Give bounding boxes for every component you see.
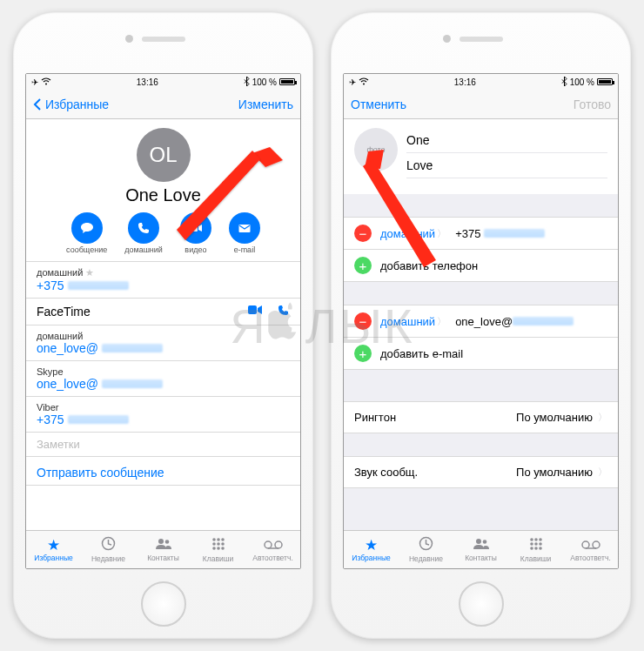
svg-point-26	[534, 538, 538, 541]
voicemail-icon	[264, 538, 283, 553]
remove-email-icon[interactable]: −	[354, 312, 372, 330]
svg-point-6	[164, 540, 169, 544]
texttone-row[interactable]: Звук сообщ. По умолчанию 〉	[344, 456, 618, 488]
redacted	[68, 281, 129, 290]
clock-icon	[419, 536, 433, 554]
svg-point-23	[476, 539, 481, 544]
status-time: 13:16	[137, 77, 158, 87]
tab-keypad[interactable]: Клавиши	[191, 531, 245, 568]
facetime-row[interactable]: FaceTime	[26, 298, 300, 325]
tab-contacts-label: Контакты	[465, 554, 497, 562]
phone-row-value: +375	[37, 279, 64, 292]
svg-point-15	[221, 547, 225, 550]
status-time: 13:16	[454, 77, 476, 87]
facetime-audio-icon[interactable]	[277, 304, 290, 319]
add-photo-button[interactable]: фото	[354, 128, 398, 171]
last-name-field[interactable]: Love	[406, 153, 607, 178]
tab-recents[interactable]: Недавние	[399, 531, 453, 568]
svg-point-16	[265, 541, 272, 548]
send-message-label: Отправить сообщение	[37, 462, 290, 480]
cancel-button[interactable]: Отменить	[351, 97, 406, 111]
tab-keypad-label: Клавиши	[203, 554, 233, 563]
tab-contacts[interactable]: Контакты	[453, 531, 508, 568]
svg-point-7	[212, 538, 216, 541]
action-video-label: видео	[184, 245, 206, 254]
edit-button[interactable]: Изменить	[238, 97, 293, 111]
redacted	[102, 344, 163, 352]
voicemail-icon	[581, 538, 600, 553]
chevron-right-icon: 〉	[437, 315, 446, 328]
done-button[interactable]: Готово	[574, 97, 611, 111]
people-icon	[155, 537, 172, 553]
airplane-icon: ✈	[349, 77, 356, 87]
email-field-label: домашний	[380, 315, 435, 328]
tab-contacts[interactable]: Контакты	[136, 531, 191, 568]
svg-rect-1	[190, 225, 198, 232]
nav-bar-edit: Отменить Готово	[344, 90, 618, 119]
avatar[interactable]: OL	[137, 128, 191, 182]
company-field[interactable]	[406, 178, 607, 189]
notes-row[interactable]: Заметки	[26, 432, 300, 456]
screen-right: ✈ 13:16 100 % Отменить Готово фото One L…	[343, 73, 619, 569]
ringtone-value: По умолчанию	[516, 411, 593, 424]
remove-phone-icon[interactable]: −	[354, 225, 372, 242]
action-video[interactable]: видео	[180, 212, 211, 254]
svg-point-32	[534, 547, 538, 550]
tab-keypad[interactable]: Клавиши	[508, 531, 563, 568]
svg-point-9	[221, 538, 225, 541]
action-message[interactable]: сообщение	[66, 212, 107, 254]
phone-field-value: +375	[455, 227, 480, 240]
ringtone-row[interactable]: Рингтон По умолчанию 〉	[344, 401, 618, 433]
tab-favorites[interactable]: ★Избранные	[344, 531, 399, 568]
email-row[interactable]: домашний one_love@	[26, 325, 300, 360]
svg-point-25	[530, 538, 533, 541]
notes-label: Заметки	[37, 438, 290, 451]
chevron-right-icon: 〉	[437, 227, 446, 240]
people-icon	[473, 537, 490, 553]
email-edit-row[interactable]: − домашний 〉 one_love@	[344, 305, 618, 337]
facetime-label: FaceTime	[37, 305, 91, 319]
tab-recents[interactable]: Недавние	[81, 531, 136, 568]
action-email[interactable]: e-mail	[229, 212, 260, 254]
star-icon: ★	[47, 538, 60, 553]
tab-bar: ★Избранные Недавние Контакты Клавиши Авт…	[26, 530, 300, 568]
svg-point-34	[582, 541, 589, 548]
svg-point-0	[45, 83, 47, 84]
home-button[interactable]	[141, 581, 186, 627]
svg-point-27	[539, 538, 542, 541]
add-phone-row[interactable]: + добавить телефон	[344, 249, 618, 282]
viber-row[interactable]: Viber +375	[26, 396, 300, 432]
skype-row-value: one_love@	[37, 377, 98, 391]
add-email-icon[interactable]: +	[354, 345, 372, 362]
skype-row[interactable]: Skype one_love@	[26, 360, 300, 396]
svg-point-17	[275, 541, 282, 548]
back-label: Избранные	[45, 97, 109, 111]
screen-left: ✈ 13:16 100 % Избранные Изменить OL	[25, 73, 301, 569]
status-bar: ✈ 13:16 100 %	[26, 74, 300, 90]
add-email-row[interactable]: + добавить e-mail	[344, 337, 618, 370]
svg-point-13	[212, 547, 216, 550]
action-message-label: сообщение	[66, 245, 107, 254]
add-phone-icon[interactable]: +	[354, 257, 372, 274]
svg-point-12	[221, 542, 225, 546]
redacted	[68, 415, 129, 424]
skype-row-label: Skype	[37, 366, 290, 377]
send-message-row[interactable]: Отправить сообщение	[26, 456, 300, 486]
tab-voicemail[interactable]: Автоответч.	[563, 531, 618, 568]
home-button[interactable]	[459, 581, 504, 627]
facetime-video-icon[interactable]	[247, 304, 263, 319]
texttone-label: Звук сообщ.	[354, 466, 418, 479]
tab-favorites[interactable]: ★Избранные	[26, 531, 81, 568]
tab-bar: ★Избранные Недавние Контакты Клавиши Авт…	[344, 530, 618, 568]
back-button[interactable]: Избранные	[33, 97, 109, 111]
phone-row[interactable]: домашний ★ +375	[26, 261, 300, 298]
tab-voicemail[interactable]: Автоответч.	[245, 531, 300, 568]
svg-point-24	[482, 540, 486, 544]
phone-edit-row[interactable]: − домашний 〉 +375	[344, 217, 618, 249]
first-name-field[interactable]: One	[406, 128, 607, 153]
star-icon: ★	[365, 538, 378, 553]
svg-point-21	[363, 83, 365, 84]
action-call[interactable]: домашний	[124, 212, 163, 254]
battery-icon	[597, 78, 613, 85]
nav-bar: Избранные Изменить	[26, 90, 300, 119]
